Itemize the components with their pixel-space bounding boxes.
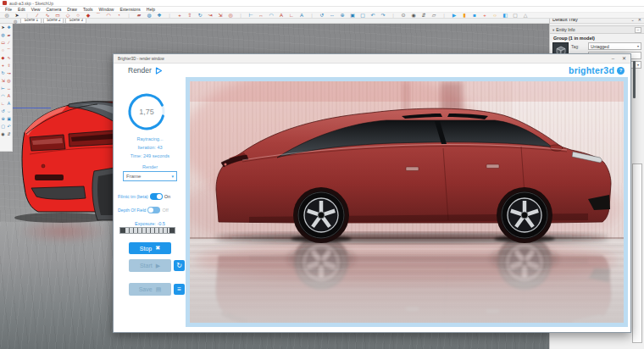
circle-icon[interactable]: ○ bbox=[0, 47, 6, 54]
render-pause-icon[interactable]: ▮ bbox=[461, 13, 468, 19]
save-button[interactable]: Save ▤ bbox=[129, 283, 171, 296]
search-icon[interactable]: ◎ bbox=[14, 19, 17, 24]
polygon-icon[interactable]: ◆ bbox=[0, 54, 6, 62]
dimension-icon[interactable]: ↔ bbox=[258, 13, 264, 19]
start-button[interactable]: Start ▶ bbox=[129, 259, 171, 272]
search-icon[interactable]: ◎ bbox=[3, 13, 10, 19]
move-icon[interactable]: + bbox=[0, 62, 6, 69]
offset-icon[interactable]: ◎ bbox=[227, 13, 234, 19]
material-icon[interactable]: ◧ bbox=[502, 13, 508, 19]
make-component-icon[interactable]: ❖ bbox=[6, 24, 12, 31]
orbit-icon[interactable]: ↺ bbox=[0, 108, 6, 115]
zoom-icon[interactable]: ⊕ bbox=[0, 115, 6, 123]
zoom-icon[interactable]: ⊕ bbox=[339, 13, 346, 19]
section-plane-icon[interactable]: ▱ bbox=[430, 13, 437, 19]
sun-icon[interactable]: ☼ bbox=[491, 13, 498, 19]
arc-icon[interactable]: ⌒ bbox=[6, 47, 12, 54]
menu-item[interactable]: Window bbox=[99, 7, 114, 12]
axes-icon[interactable]: ∟ bbox=[0, 100, 6, 108]
walk-icon[interactable]: ⇵ bbox=[6, 130, 12, 138]
offset-icon[interactable]: ◎ bbox=[6, 77, 12, 85]
render-stop-icon[interactable]: ■ bbox=[471, 13, 478, 19]
exposure-slider[interactable] bbox=[119, 227, 175, 234]
axes-icon[interactable]: ∟ bbox=[288, 13, 295, 19]
follow-me-icon[interactable]: ↝ bbox=[207, 13, 214, 19]
tape-measure-icon[interactable]: ⊢ bbox=[247, 13, 254, 19]
dof-toggle[interactable] bbox=[147, 207, 160, 213]
arc-icon[interactable]: ⌒ bbox=[95, 13, 102, 19]
render-play-icon[interactable]: ▶ bbox=[451, 13, 458, 19]
menu-item[interactable]: Extensions bbox=[119, 7, 140, 12]
save-settings-button[interactable]: ≡ bbox=[174, 284, 185, 295]
paint-bucket-icon[interactable]: ◍ bbox=[0, 31, 6, 39]
close-icon[interactable]: ✕ bbox=[622, 56, 626, 61]
zoom-extents-icon[interactable]: ▢ bbox=[0, 123, 6, 130]
entity-info-header[interactable]: ▾ Entity Info − bbox=[550, 25, 644, 34]
viewport-car-model[interactable] bbox=[13, 93, 114, 224]
text-icon[interactable]: A bbox=[278, 13, 285, 19]
zoom-window-icon[interactable]: ▣ bbox=[349, 13, 356, 19]
rotated-rectangle-icon[interactable]: ◇ bbox=[64, 13, 71, 19]
tag-dropdown[interactable]: Untagged ▾ bbox=[588, 42, 641, 50]
box-icon[interactable]: ▢ bbox=[512, 13, 519, 19]
pie-icon[interactable]: ◔ bbox=[115, 13, 122, 19]
stop-button[interactable]: Stop ✖ bbox=[129, 242, 171, 254]
add-light-icon[interactable]: + bbox=[481, 13, 488, 19]
scale-icon[interactable]: ⇲ bbox=[0, 77, 6, 85]
render-window-titlebar[interactable]: Brighter3D - render window – ✕ bbox=[114, 54, 630, 64]
move-icon[interactable]: + bbox=[176, 13, 183, 19]
eraser-icon[interactable]: ▰ bbox=[136, 13, 142, 19]
rotate-icon[interactable]: ↻ bbox=[0, 69, 6, 77]
zoom-window-icon[interactable]: ▣ bbox=[6, 115, 12, 123]
text-icon[interactable]: A bbox=[6, 92, 12, 100]
look-around-icon[interactable]: ◉ bbox=[0, 130, 6, 138]
push-pull-icon[interactable]: ⇧ bbox=[186, 13, 193, 19]
walk-icon[interactable]: ⇵ bbox=[420, 13, 427, 19]
rotate-icon[interactable]: ↻ bbox=[197, 13, 203, 19]
follow-me-icon[interactable]: ↝ bbox=[6, 69, 12, 77]
rectangle-icon[interactable]: ▭ bbox=[54, 13, 61, 19]
look-around-icon[interactable]: ◉ bbox=[410, 13, 417, 19]
next-view-icon[interactable]: ↷ bbox=[380, 13, 386, 19]
dimension-icon[interactable]: ↔ bbox=[6, 85, 12, 92]
position-camera-icon[interactable]: ⊙ bbox=[400, 13, 407, 19]
previous-view-icon[interactable]: ↶ bbox=[6, 123, 12, 130]
freehand-icon[interactable]: ∿ bbox=[44, 13, 51, 19]
make-component-icon[interactable]: ❖ bbox=[156, 13, 163, 19]
line-icon[interactable]: ∕ bbox=[6, 39, 12, 47]
menu-item[interactable]: View bbox=[31, 7, 41, 12]
scene-tab[interactable]: Scene 1 bbox=[20, 18, 42, 24]
export-icon[interactable]: △ bbox=[522, 13, 529, 19]
circle-icon[interactable]: ○ bbox=[75, 13, 81, 19]
collapse-icon[interactable]: − bbox=[635, 27, 641, 33]
3d-text-icon[interactable]: A bbox=[298, 13, 305, 19]
push-pull-icon[interactable]: ⇧ bbox=[6, 62, 12, 69]
filmic-toggle[interactable] bbox=[150, 193, 163, 200]
line-icon[interactable]: ∕ bbox=[34, 13, 41, 19]
menu-item[interactable]: File bbox=[5, 7, 12, 12]
polygon-icon[interactable]: ◆ bbox=[85, 13, 92, 19]
render-mode-dropdown[interactable]: Frame ▾ bbox=[123, 171, 177, 181]
minimize-icon[interactable]: – bbox=[612, 56, 614, 61]
restart-button[interactable]: ↻ bbox=[174, 260, 185, 271]
scene-tab[interactable]: Scene 2 bbox=[43, 18, 64, 24]
protractor-icon[interactable]: ◠ bbox=[268, 13, 275, 19]
protractor-icon[interactable]: ◠ bbox=[0, 92, 6, 100]
freehand-icon[interactable]: ∿ bbox=[6, 54, 12, 62]
select-icon[interactable]: ➤ bbox=[0, 24, 6, 31]
eraser-icon[interactable]: ▰ bbox=[6, 31, 12, 39]
menu-item[interactable]: Camera bbox=[46, 7, 61, 12]
select-icon[interactable]: ➤ bbox=[14, 13, 20, 19]
rectangle-icon[interactable]: ▭ bbox=[0, 39, 6, 47]
3d-text-icon[interactable]: A bbox=[6, 100, 12, 108]
pan-icon[interactable]: ⇔ bbox=[329, 13, 336, 19]
zoom-extents-icon[interactable]: ▢ bbox=[359, 13, 366, 19]
scale-icon[interactable]: ⇲ bbox=[217, 13, 224, 19]
previous-view-icon[interactable]: ↶ bbox=[369, 13, 376, 19]
two-point-arc-icon[interactable]: ◠ bbox=[105, 13, 112, 19]
tape-measure-icon[interactable]: ⊢ bbox=[0, 85, 6, 92]
scene-tab[interactable]: Scene 3 bbox=[65, 18, 86, 24]
menu-item[interactable]: Tools bbox=[83, 7, 93, 12]
tray-scrollbar[interactable] bbox=[633, 61, 636, 98]
rendered-car-image[interactable] bbox=[190, 81, 624, 323]
